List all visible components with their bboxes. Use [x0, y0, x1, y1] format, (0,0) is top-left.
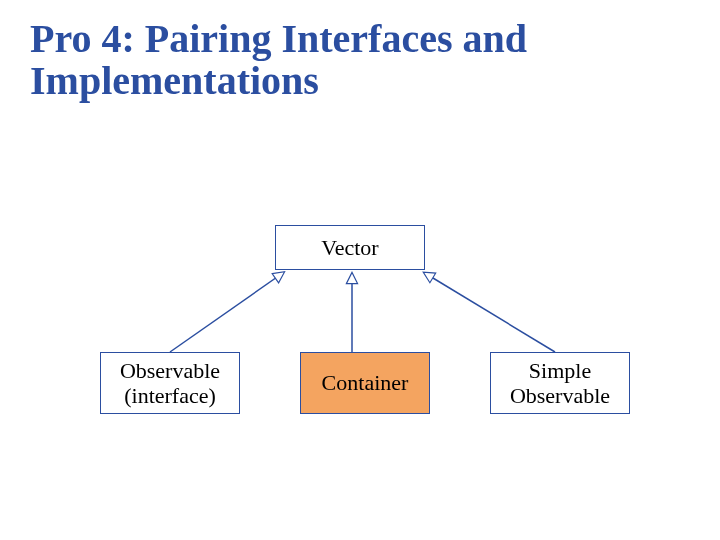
node-observable-label-2: (interface) [120, 383, 220, 408]
node-vector-label: Vector [321, 235, 378, 260]
node-simple-label-1: Simple [510, 358, 610, 383]
node-container: Container [300, 352, 430, 414]
node-vector: Vector [275, 225, 425, 270]
slide-title: Pro 4: Pairing Interfaces and Implementa… [30, 18, 690, 102]
node-simple-label-2: Observable [510, 383, 610, 408]
arrow-observable-to-vector [170, 275, 280, 352]
node-simple-observable: Simple Observable [490, 352, 630, 414]
node-observable-interface: Observable (interface) [100, 352, 240, 414]
node-container-label: Container [322, 370, 409, 395]
arrow-simple-to-vector [428, 275, 555, 352]
node-observable-label-1: Observable [120, 358, 220, 383]
